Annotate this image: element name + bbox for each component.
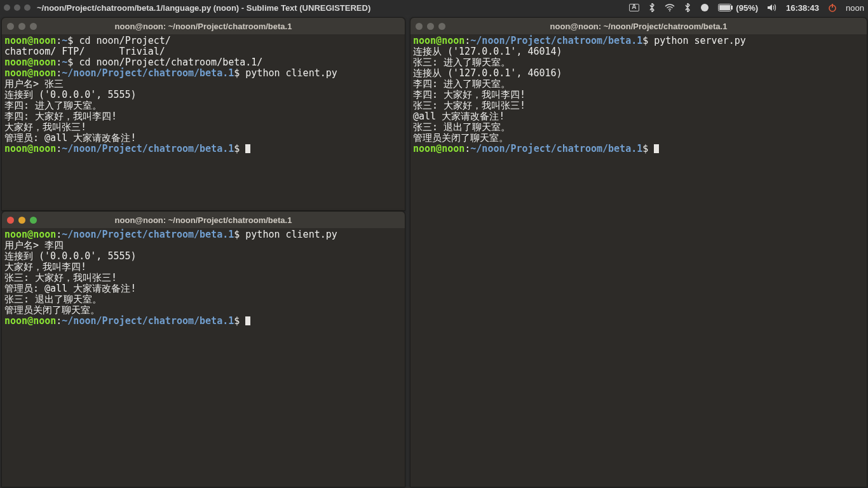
terminal-line: 张三: 进入了聊天室。 [413,57,864,68]
terminal-line: 大家好，我叫李四! [4,262,402,273]
terminal-line: noon@noon:~/noon/Project/chatroom/beta.1… [4,316,402,327]
messaging-icon[interactable] [700,3,709,12]
terminal-body[interactable]: noon@noon:~/noon/Project/chatroom/beta.1… [410,34,867,487]
terminal-text: ~ [62,57,67,68]
terminal-text: ~/noon/Project/chatroom/beta.1 [62,229,234,240]
terminal-line: 连接从 ('127.0.0.1', 46016) [413,68,864,79]
terminal-text: : [56,35,62,46]
terminal-body[interactable]: noon@noon:~$ cd noon/Project/chatroom/ F… [2,34,405,210]
terminal-text: 管理员: @all 大家请改备注! [4,132,136,144]
power-icon[interactable] [828,3,837,12]
terminal-line: 用户名> 张三 [4,79,402,90]
terminal-text: 张三: 退出了聊天室。 [4,294,102,305]
maximize-icon[interactable] [30,217,37,224]
terminal-text: : [56,315,62,327]
terminal-window-client-lisi[interactable]: noon@noon: ~/noon/Project/chatroom/beta.… [1,211,405,487]
terminal-text: : [56,57,62,68]
terminal-text: ~/noon/Project/chatroom/beta.1 [62,143,234,154]
terminal-text: $ cd noon/Project/ [67,35,171,46]
terminal-line: 张三: 大家好，我叫张三! [413,100,864,111]
terminal-line: 连接到 ('0.0.0.0', 5555) [4,90,402,100]
terminal-window-server[interactable]: noon@noon: ~/noon/Project/chatroom/beta.… [410,17,867,487]
session-user[interactable]: noon [846,3,864,13]
terminal-line: noon@noon:~/noon/Project/chatroom/beta.1… [413,36,864,46]
terminal-text: 连接从 ('127.0.0.1', 46014) [413,46,562,57]
terminal-text: 张三: 大家好，我叫张三! [4,272,117,283]
close-icon[interactable] [7,217,14,224]
close-icon[interactable] [4,4,10,11]
bluetooth-icon[interactable] [648,3,656,12]
window-controls[interactable] [7,23,37,30]
minimize-icon[interactable] [18,23,25,30]
terminal-text: $ [642,143,654,154]
terminal-line: 李四: 大家好，我叫李四! [4,111,402,122]
terminal-text: noon@noon [4,315,56,327]
close-icon[interactable] [416,23,423,30]
minimize-icon[interactable] [427,23,434,30]
terminal-line: 管理员关闭了聊天室。 [413,133,864,144]
terminal-text: : [56,143,62,154]
terminal-text: noon@noon [4,35,56,46]
terminal-window-client-zhangsan[interactable]: noon@noon: ~/noon/Project/chatroom/beta.… [1,17,405,211]
terminal-titlebar[interactable]: noon@noon: ~/noon/Project/chatroom/beta.… [2,18,405,34]
terminal-line: 连接从 ('127.0.0.1', 46014) [413,46,864,57]
terminal-titlebar[interactable]: noon@noon: ~/noon/Project/chatroom/beta.… [2,212,405,228]
minimize-icon[interactable] [14,4,20,11]
terminal-text: $ [234,315,245,327]
terminal-title: noon@noon: ~/noon/Project/chatroom/beta.… [7,22,400,31]
terminal-text: 连接从 ('127.0.0.1', 46016) [413,67,562,79]
terminal-text: noon@noon [4,67,56,79]
terminal-text: 李四: 进入了聊天室。 [413,78,510,90]
cursor-icon [245,144,250,153]
terminal-text: : [56,67,62,79]
terminal-text: noon@noon [413,35,465,46]
terminal-line: 李四: 进入了聊天室。 [413,79,864,90]
terminal-body[interactable]: noon@noon:~/noon/Project/chatroom/beta.1… [2,228,405,487]
terminal-text: $ python client.py [234,67,337,79]
clock[interactable]: 16:38:43 [786,3,819,13]
terminal-text: ~ [62,35,67,46]
terminal-text: 李四: 进入了聊天室。 [4,100,102,111]
terminal-line: 李四: 大家好，我叫李四! [413,90,864,100]
terminal-titlebar[interactable]: noon@noon: ~/noon/Project/chatroom/beta.… [410,18,867,34]
terminal-text: 用户名> 李四 [4,240,64,251]
terminal-text: noon@noon [4,143,56,154]
terminal-text: $ [234,143,245,154]
window-controls[interactable] [7,217,37,224]
terminal-text: 张三: 大家好，我叫张三! [413,100,526,111]
terminal-text: noon@noon [4,57,56,68]
terminal-line: @all 大家请改备注! [413,111,864,122]
svg-rect-4 [719,5,730,10]
terminal-line: 管理员: @all 大家请改备注! [4,133,402,144]
terminal-text: ~/noon/Project/chatroom/beta.1 [62,67,234,79]
terminal-line: 用户名> 李四 [4,240,402,251]
terminal-line: 张三: 退出了聊天室。 [413,122,864,133]
terminal-text: 李四: 大家好，我叫李四! [4,111,117,122]
maximize-icon[interactable] [438,23,445,30]
window-controls[interactable] [416,23,445,30]
svg-point-0 [669,10,670,11]
bluetooth-icon-2[interactable] [684,3,691,12]
terminal-line: 张三: 大家好，我叫张三! [4,273,402,283]
wifi-icon[interactable] [665,4,675,11]
battery-indicator[interactable]: (95%) [718,3,758,13]
sound-icon[interactable] [767,4,777,11]
terminal-text: 张三: 进入了聊天室。 [413,57,510,68]
minimize-icon[interactable] [18,217,25,224]
terminal-text: 连接到 ('0.0.0.0', 5555) [4,89,137,100]
svg-point-1 [701,4,709,11]
close-icon[interactable] [7,23,14,30]
maximize-icon[interactable] [30,23,37,30]
terminal-text: noon@noon [4,229,56,240]
maximize-icon[interactable] [24,4,31,11]
terminal-line: noon@noon:~/noon/Project/chatroom/beta.1… [4,229,402,240]
window-controls-sublime[interactable] [4,4,31,11]
terminal-line: noon@noon:~$ cd noon/Project/chatroom/be… [4,57,402,68]
keyboard-indicator-icon[interactable] [629,4,639,11]
terminal-text: 管理员关闭了聊天室。 [4,304,100,316]
terminal-text: @all 大家请改备注! [413,111,505,122]
terminal-text: 大家好，我叫李四! [4,261,86,273]
svg-rect-3 [731,6,733,10]
terminal-text: : [56,229,62,240]
terminal-title: noon@noon: ~/noon/Project/chatroom/beta.… [7,215,400,225]
